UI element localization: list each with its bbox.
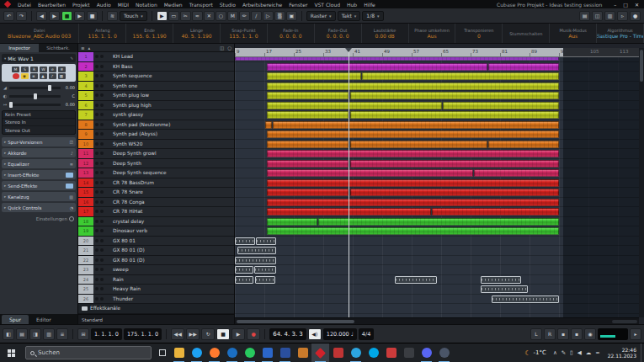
menu-studio[interactable]: Studio (216, 2, 239, 8)
track-color-swatch[interactable]: 26 (78, 295, 93, 304)
undo-button[interactable]: ↶ (3, 11, 14, 21)
draw-tool[interactable]: ✏ (239, 11, 250, 21)
marker-1[interactable]: L (530, 328, 542, 340)
solo-button[interactable] (100, 142, 104, 146)
routing-stereo-in[interactable]: Stereo In (3, 119, 75, 126)
track-row[interactable]: 14CR 78 BassDrum (78, 178, 234, 189)
audio-event[interactable] (267, 160, 349, 168)
zoom-tool[interactable]: ○ (216, 11, 226, 21)
audio-event[interactable] (267, 111, 349, 119)
left-locator-display[interactable]: 1. 1. 1. 0 (91, 328, 122, 340)
audio-event[interactable] (267, 227, 559, 235)
audio-event[interactable] (443, 102, 559, 109)
line-tool[interactable]: / (251, 11, 262, 21)
mute-button[interactable] (95, 74, 98, 77)
audio-event[interactable] (255, 276, 275, 284)
track-row[interactable]: 11Deep Synth growl (78, 149, 234, 159)
taskbar-app-file-explorer[interactable] (170, 343, 188, 362)
minimize-button[interactable]: – (614, 2, 616, 8)
play-button[interactable]: ▶ (232, 328, 245, 340)
mute-button[interactable] (95, 113, 98, 116)
section-equalizer[interactable]: ▸Equalizer≡ (2, 159, 76, 168)
track-row[interactable]: 5Synth plug low (78, 91, 234, 101)
track-color-swatch[interactable]: 3 (78, 72, 93, 81)
time-ruler[interactable]: 91725334149576573818997105113 (235, 48, 639, 57)
track-preset-bar[interactable]: Standard (78, 314, 234, 324)
audio-event[interactable] (256, 237, 276, 245)
glue-tool[interactable]: ≈ (192, 11, 203, 21)
mute-button[interactable] (95, 93, 98, 97)
performance-monitor[interactable]: ◉ (584, 328, 596, 340)
taskbar-app-calendar[interactable] (382, 343, 400, 362)
track-color-swatch[interactable]: 23 (78, 265, 93, 274)
grid-type-dropdown[interactable]: Takt▾ (338, 11, 361, 21)
solo-button[interactable]: S (21, 67, 29, 72)
solo-button[interactable] (100, 74, 104, 77)
mute-button[interactable] (95, 123, 98, 126)
start-button[interactable] (0, 343, 22, 362)
time-base-button[interactable]: ♪ (49, 73, 56, 79)
taskbar-clock[interactable]: 22:46 22.11.2023 (604, 347, 641, 359)
cycle-button[interactable]: ↻ (201, 328, 215, 340)
solo-button[interactable] (100, 200, 104, 204)
track-color-swatch[interactable]: 18 (78, 217, 93, 226)
solo-button[interactable] (100, 171, 104, 174)
mute-button[interactable] (95, 229, 98, 232)
track-row[interactable]: 18crystal delay (78, 217, 234, 227)
info-transponieren[interactable]: Transponieren0 (455, 24, 503, 43)
menu-hub[interactable]: Hub (343, 2, 360, 8)
play-button[interactable]: ▶ (74, 11, 85, 21)
audio-event[interactable] (273, 121, 559, 129)
menu-notation[interactable]: Notation (132, 2, 161, 8)
solo-button[interactable] (100, 84, 104, 88)
mute-button[interactable] (95, 200, 98, 204)
rewind-button[interactable]: ◀◀ (171, 328, 184, 340)
setup-window-layout[interactable]: ▹ (617, 11, 628, 21)
volume-handle[interactable] (48, 85, 51, 91)
track-color-swatch[interactable]: 25 (78, 285, 93, 294)
pen-icon[interactable]: ✎ (562, 349, 566, 356)
solo-button[interactable] (100, 210, 104, 213)
solo-button[interactable] (100, 113, 104, 116)
audio-event[interactable] (267, 189, 349, 196)
mute-button[interactable] (95, 210, 98, 213)
audio-event[interactable] (350, 189, 559, 196)
taskbar-app-edge[interactable] (223, 343, 241, 362)
info-fade-out[interactable]: Fade-Out0. 0. 0. 0 (315, 24, 362, 43)
track-color-swatch[interactable]: 20 (78, 237, 93, 246)
scroll-to-track-icon[interactable]: ▴ (88, 45, 91, 51)
maximize-button[interactable]: □ (623, 2, 628, 8)
range-tool[interactable]: ▭ (168, 11, 179, 21)
marker-2[interactable]: R (544, 328, 556, 340)
audio-event[interactable] (235, 266, 253, 274)
pan-handle[interactable] (34, 93, 37, 99)
track-row[interactable]: 4Synth one (78, 82, 234, 92)
color-tool[interactable]: ▒ (274, 11, 285, 21)
info-l-nge[interactable]: Länge40. 5. 1.190 (173, 24, 221, 43)
track-row[interactable]: 6Synth plug high (78, 101, 234, 111)
zoom-slider[interactable] (612, 320, 637, 323)
taskbar-app-telegram[interactable] (347, 343, 365, 362)
track-row[interactable]: 9Synth pad (Abyss) (78, 130, 234, 140)
menu-hilfe[interactable]: Hilfe (360, 2, 379, 8)
mute-button[interactable] (95, 297, 98, 301)
track-row[interactable]: 16CR 78 Conga (78, 198, 234, 208)
snap-dropdown[interactable]: Raster▾ (306, 11, 336, 21)
track-row[interactable]: 24Rain (78, 275, 234, 285)
vertical-scrollbar[interactable] (639, 48, 644, 317)
edit-channel-button[interactable]: e (49, 67, 56, 72)
lane-display-button[interactable]: ≣ (30, 73, 38, 79)
solo-button[interactable] (100, 152, 104, 155)
solo-button[interactable] (100, 132, 104, 136)
taskbar-app-discord[interactable] (418, 343, 435, 362)
freeze-button[interactable]: ❄ (58, 67, 66, 72)
track-row[interactable]: 12Deep Synth (78, 159, 234, 169)
weather-widget[interactable]: ☾ -1°C (521, 349, 550, 357)
solo-button[interactable] (100, 190, 104, 194)
mute-button[interactable] (95, 181, 98, 184)
track-color-swatch[interactable]: 14 (78, 178, 93, 188)
mute-button[interactable] (95, 55, 98, 58)
cloud-icon[interactable]: ☁ (586, 349, 592, 356)
audio-event[interactable] (267, 83, 559, 90)
info-musik-modus[interactable]: Musik-ModusAus (550, 24, 597, 43)
